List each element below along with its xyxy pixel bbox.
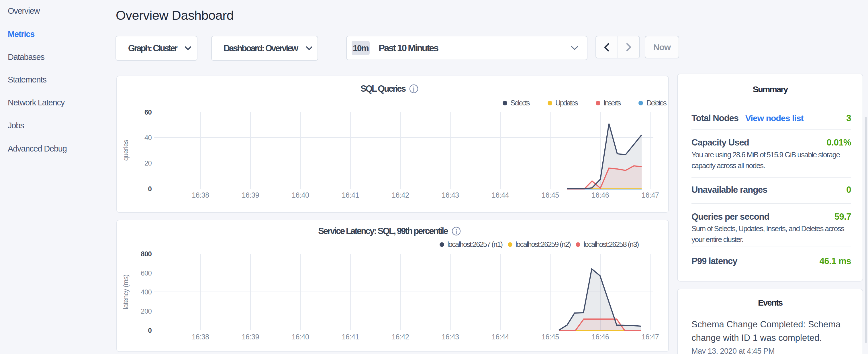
svg-text:800: 800	[141, 250, 152, 258]
svg-text:16:47: 16:47	[642, 191, 659, 199]
svg-text:16:40: 16:40	[292, 333, 309, 341]
svg-text:16:45: 16:45	[541, 191, 559, 199]
svg-text:16:40: 16:40	[292, 191, 309, 199]
svg-text:200: 200	[141, 307, 152, 315]
svg-text:16:38: 16:38	[192, 191, 209, 199]
svg-text:16:41: 16:41	[342, 333, 359, 341]
svg-text:latency (ms): latency (ms)	[122, 275, 129, 309]
svg-text:600: 600	[141, 269, 152, 277]
svg-text:16:41: 16:41	[342, 191, 359, 199]
svg-text:60: 60	[145, 108, 152, 116]
svg-text:16:43: 16:43	[442, 191, 459, 199]
svg-text:16:47: 16:47	[642, 333, 659, 341]
svg-text:16:44: 16:44	[492, 333, 509, 341]
svg-text:16:39: 16:39	[242, 333, 259, 341]
svg-text:16:42: 16:42	[392, 191, 409, 199]
svg-text:20: 20	[145, 159, 152, 167]
svg-text:16:39: 16:39	[242, 191, 259, 199]
svg-text:16:42: 16:42	[392, 333, 409, 341]
svg-text:16:46: 16:46	[592, 191, 609, 199]
svg-text:16:46: 16:46	[592, 333, 609, 341]
svg-text:16:44: 16:44	[492, 191, 509, 199]
svg-text:16:45: 16:45	[541, 333, 559, 341]
svg-text:16:38: 16:38	[192, 333, 209, 341]
svg-text:400: 400	[141, 288, 152, 296]
svg-text:16:43: 16:43	[442, 333, 459, 341]
svg-text:0: 0	[148, 185, 152, 193]
svg-text:40: 40	[145, 134, 152, 141]
svg-text:queries: queries	[122, 140, 129, 161]
svg-text:0: 0	[148, 326, 152, 334]
